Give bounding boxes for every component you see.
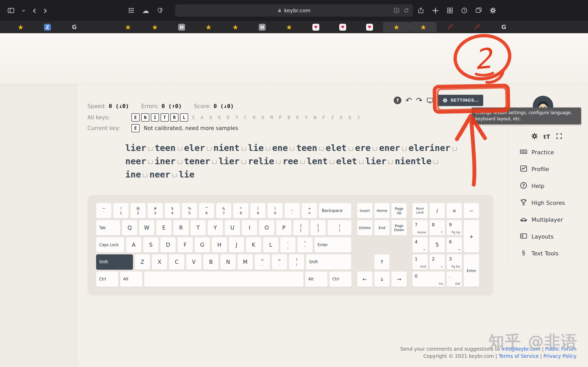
bookmark-1-letter-Z[interactable]: Z [34,22,61,32]
bookmark-11-heart[interactable]: ♥ [302,22,329,32]
sidebar-item-label: Practice [532,149,554,156]
settings-button[interactable]: SETTINGS... [438,95,483,106]
key-base-label: ` [103,211,105,215]
virtual-keyboard: ~`!1@2#3$4%5^6&7*8(9)0_-+=BackspaceTabQW… [87,195,493,295]
bookmark-18-letter-G[interactable]: G [490,22,517,32]
cloud-icon[interactable]: ☁ [142,7,149,14]
key-k: K [246,237,261,253]
bookmark-2-letter-G[interactable]: G [61,22,88,32]
sidebar-item-help[interactable]: ?Help [508,177,585,194]
key-t: T [190,220,206,235]
all-keys-row: All keys: ENITRLSAUODYCHGMPBKVWFZXQJ [87,113,362,122]
numpad-main-label: 6 [449,239,452,244]
browser-settings-gear-icon[interactable] [489,7,496,14]
new-tab-icon[interactable]: + [432,6,439,15]
bookmark-12-heart[interactable]: ♥ [329,22,356,32]
history-icon[interactable] [461,7,468,14]
fullscreen-icon[interactable] [556,133,563,141]
sidebar-item-high-scores[interactable]: High Scores [508,194,585,211]
key-chip-T: T [161,113,169,122]
bookmark-5-star[interactable]: ★ [141,22,168,32]
undo-icon[interactable]: ↶ [405,97,412,104]
settings-gear-icon[interactable] [531,133,538,141]
footer-comments-text: Send your comments and suggestions to [400,346,502,352]
key-y: Y [208,220,223,235]
reload-icon[interactable] [403,7,409,14]
text-size-icon[interactable]: tT [543,134,550,140]
lesson-word: lent [307,156,328,166]
numpad-sub-label: ↑ [440,231,443,234]
space-marker [349,147,353,151]
vertical-divider [77,84,77,367]
bookmark-16-wand[interactable] [437,22,463,32]
bookmark-6-letter-H[interactable]: H [168,22,195,32]
sidebar-toggle-icon[interactable] [7,7,15,14]
key-shift-label: * [240,206,242,211]
bookmark-3-blank[interactable] [88,22,115,32]
horizontal-divider [0,84,588,85]
lesson-word: tener [184,156,210,166]
bookmark-9-letter-H[interactable]: H [249,22,276,32]
help-bubble-icon[interactable]: ? [394,97,401,104]
key-shift-label: ? [296,258,297,262]
url-bar[interactable]: keybr.com A [175,4,413,17]
tooltip-line-2: keyboard layout, etc. [475,116,578,122]
key-home: Home [374,203,390,218]
star-icon: ★ [17,24,24,31]
lesson-word: eleriner [409,143,450,153]
footer-terms-link[interactable]: Terms of Service [499,353,539,359]
numpad-key-+: + [464,220,479,253]
key-chip-E: E [131,113,140,122]
key-base-label: 3 [154,211,156,215]
key-[: {[ [293,220,309,235]
bookmark-10-star[interactable]: ★ [276,22,302,32]
key-p: P [276,220,291,235]
bookmark-0-star[interactable]: ★ [7,22,34,32]
space-marker [388,160,393,164]
sidebar: tT PracticeProfile?HelpHigh ScoresMultip… [508,129,585,267]
sidebar-item-layouts[interactable]: Layouts [508,228,585,245]
key-base-label: 4 [171,211,174,215]
settings-tooltip: Change lesson settings, configure langua… [472,108,581,124]
back-icon[interactable]: ‹ [32,5,37,16]
key-shift: Shift [306,254,351,270]
sidebar-item-text-tools[interactable]: §Text Tools [508,245,585,262]
sidebar-item-practice[interactable]: Practice [508,144,585,161]
bookmark-17-wand[interactable] [463,22,490,32]
lesson-text[interactable]: lierteenelernientlieeneteeneletereenerel… [125,141,459,181]
space-marker [207,147,211,151]
forward-icon[interactable]: › [43,5,48,16]
bookmark-13-heart[interactable]: ♥ [356,22,383,32]
key-base-label: ; [287,245,289,250]
space-marker [434,160,438,164]
key-space [144,271,303,287]
bookmark-8-star[interactable]: ★ [222,22,249,32]
numpad-key-0: 0Ins [412,271,445,287]
key-shift-label: ) [274,206,276,211]
chevron-down-icon[interactable] [21,8,26,13]
footer-privacy-link[interactable]: Privacy Policy [544,353,576,359]
space-marker [290,147,294,151]
key-shift-label: @ [136,206,140,211]
lesson-word: neer [149,169,170,180]
letter-H-icon: H [178,24,185,31]
sidebar-item-profile[interactable]: Profile [508,161,585,177]
translate-icon[interactable]: A [393,7,400,14]
bookmark-15-star-active[interactable]: ★ [410,22,437,32]
bookmark-4-star[interactable]: ★ [115,22,141,32]
shield-icon[interactable] [157,7,163,14]
bookmark-7-star[interactable]: ★ [195,22,222,32]
sidebar-item-multiplayer[interactable]: Multiplayer [508,211,585,228]
key-chip-G: G [259,114,266,121]
fullscreen-monitor-icon[interactable] [426,97,434,104]
tab-grid-icon[interactable] [446,7,454,14]
app-grid-icon[interactable] [128,7,134,14]
share-icon[interactable] [417,7,424,14]
space-marker [178,147,182,151]
layout-icon [520,232,527,241]
key-8: *8 [233,203,248,218]
redo-icon[interactable]: ↷ [416,97,422,104]
window-stack-icon[interactable] [475,7,482,14]
key-chip-X: X [337,114,345,121]
bookmark-14-star-active[interactable]: ★ [383,22,410,32]
